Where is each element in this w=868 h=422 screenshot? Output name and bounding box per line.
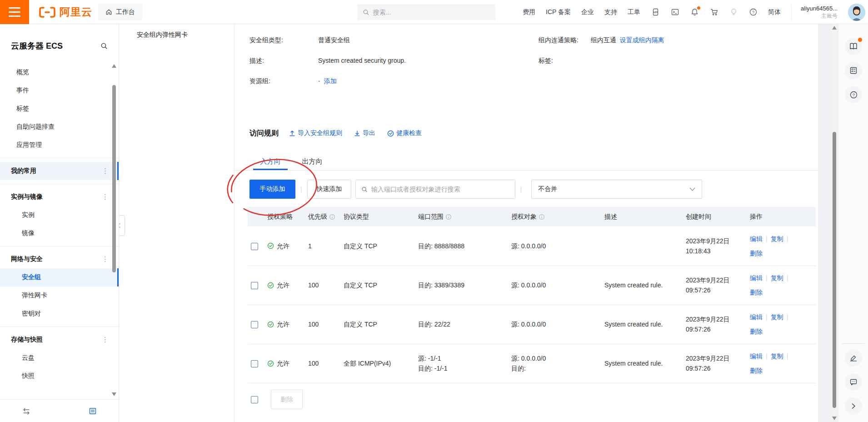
select-all-checkbox[interactable] [251, 396, 258, 403]
sidebar-group-network[interactable]: 网络与安全 ⋮ [0, 250, 119, 268]
page-scroll-thumb[interactable] [833, 132, 836, 408]
copy-rule-link[interactable]: 复制 [771, 312, 783, 322]
more-dots-icon[interactable]: ⋮ [102, 193, 109, 201]
row-checkbox[interactable] [251, 243, 258, 250]
sidebar-scroll-thumb[interactable] [112, 85, 116, 272]
subnav-item-eni-in-group[interactable]: 安全组内弹性网卡 [119, 24, 234, 41]
row-checkbox[interactable] [251, 321, 258, 328]
health-check-link[interactable]: 健康检查 [387, 129, 422, 137]
delete-rule-link[interactable]: 删除 [750, 287, 763, 297]
divider [0, 246, 119, 246]
sidebar-search-icon[interactable] [100, 42, 108, 50]
sidebar-item-tags[interactable]: 标签 [0, 100, 119, 118]
sidebar-group-favorites[interactable]: 我的常用 ⋮ [0, 162, 119, 180]
set-isolation-link[interactable]: 设置成组内隔离 [620, 36, 664, 44]
global-search-input[interactable] [373, 9, 490, 16]
quick-add-button[interactable]: 快速添加 [307, 180, 351, 199]
copy-rule-link[interactable]: 复制 [771, 351, 783, 361]
terminal-icon[interactable] [670, 8, 679, 17]
scroll-down-arrow[interactable] [832, 417, 837, 420]
more-dots-icon[interactable]: ⋮ [102, 167, 109, 175]
scroll-down-arrow[interactable] [112, 392, 116, 396]
info-icon[interactable] [329, 214, 335, 220]
info-icon[interactable] [539, 214, 545, 220]
bell-icon[interactable] [690, 8, 699, 17]
account-menu[interactable]: aliyun64565... 主账号 [791, 5, 838, 20]
copy-rule-link[interactable]: 复制 [771, 273, 783, 283]
sidebar-item-images[interactable]: 镜像 [0, 224, 119, 242]
nav-tickets[interactable]: 工单 [628, 8, 640, 16]
merge-mode-select[interactable]: 不合并 [531, 180, 702, 199]
import-rules-link[interactable]: 导入安全组规则 [289, 129, 342, 137]
sidebar-group-instances[interactable]: 实例与镜像 ⋮ [0, 188, 119, 206]
svg-text:?: ? [752, 10, 754, 15]
bulb-icon[interactable] [729, 8, 738, 17]
sidebar-item-security-groups[interactable]: 安全组 [0, 268, 119, 286]
sidebar-item-disks[interactable]: 云盘 [0, 349, 119, 367]
more-dots-icon[interactable]: ⋮ [102, 255, 109, 263]
intra-policy-value: 组内互通 设置成组内隔离 [591, 36, 664, 45]
divider [842, 343, 865, 344]
nav-support[interactable]: 支持 [604, 8, 617, 16]
scroll-up-arrow[interactable] [832, 26, 837, 30]
help-button[interactable]: ? [845, 86, 862, 103]
sidebar-item-enis[interactable]: 弹性网卡 [0, 286, 119, 305]
batch-delete-button[interactable]: 删除 [271, 390, 303, 409]
sidebar-item-app-management[interactable]: 应用管理 [0, 136, 119, 154]
notification-dot [858, 38, 862, 42]
workbench-button[interactable]: 工作台 [98, 4, 142, 20]
feedback-doc-icon[interactable] [89, 407, 97, 415]
help-icon[interactable]: ? [748, 8, 758, 17]
sidebar-group-storage[interactable]: 存储与快照 ⋮ [0, 331, 119, 349]
copy-rule-link[interactable]: 复制 [771, 234, 783, 244]
page-scrollbar[interactable] [832, 24, 837, 422]
sidebar-item-key-pairs[interactable]: 密钥对 [0, 305, 119, 323]
aliyun-logo[interactable]: 阿里云 [38, 0, 92, 24]
delete-rule-link[interactable]: 删除 [750, 248, 763, 258]
collapse-sidebar-icon[interactable] [22, 407, 31, 415]
sidebar-item-snapshots[interactable]: 快照 [0, 367, 119, 385]
sidebar-footer [0, 399, 119, 422]
edit-rule-link[interactable]: 编辑 [750, 351, 763, 361]
cart-icon[interactable] [709, 8, 718, 17]
secondary-nav-panel: 安全组内弹性网卡 [119, 24, 234, 422]
manual-add-button[interactable]: 手动添加 [249, 180, 295, 199]
sidebar-scrollbar[interactable] [112, 64, 116, 396]
sidebar-item-overview[interactable]: 概览 [0, 63, 119, 81]
add-resource-group-link[interactable]: 添加 [324, 77, 337, 85]
nav-billing[interactable]: 费用 [523, 8, 535, 16]
sidebar-item-troubleshoot[interactable]: 自助问题排查 [0, 118, 119, 136]
global-search[interactable] [357, 4, 495, 20]
more-dots-icon[interactable]: ⋮ [102, 336, 109, 344]
table-row: 允许 1 自定义 TCP 目的: 8888/8888 源: 0.0.0.0/0 … [248, 226, 816, 266]
nav-icp[interactable]: ICP 备案 [546, 8, 571, 16]
nav-enterprise[interactable]: 企业 [581, 8, 594, 16]
sidebar-item-events[interactable]: 事件 [0, 81, 119, 100]
survey-button[interactable] [845, 349, 862, 367]
rules-search-box[interactable] [355, 180, 515, 199]
username: aliyun64565... [801, 5, 838, 12]
export-rules-link[interactable]: 导出 [354, 129, 375, 137]
avatar[interactable] [848, 4, 865, 21]
tab-inbound[interactable]: 入方向 [249, 153, 291, 170]
feedback-button[interactable] [845, 373, 862, 391]
row-checkbox[interactable] [251, 360, 258, 367]
docs-button[interactable] [845, 38, 862, 55]
edit-rule-link[interactable]: 编辑 [750, 234, 763, 244]
hamburger-menu-button[interactable] [0, 0, 29, 24]
info-icon[interactable] [445, 214, 452, 220]
delete-rule-link[interactable]: 删除 [750, 366, 763, 376]
expand-rail-button[interactable] [845, 397, 862, 415]
row-checkbox[interactable] [251, 282, 258, 289]
rules-search-input[interactable] [371, 186, 509, 193]
checklist-button[interactable] [845, 62, 862, 79]
tab-outbound[interactable]: 出方向 [291, 153, 333, 170]
language-selector[interactable]: 简体 [768, 8, 781, 16]
delete-rule-link[interactable]: 删除 [750, 327, 763, 337]
app-icon[interactable]: APP [651, 8, 660, 17]
edit-rule-link[interactable]: 编辑 [750, 312, 763, 322]
sidebar-item-instances[interactable]: 实例 [0, 206, 119, 224]
topbar-right-nav: 费用 ICP 备案 企业 支持 工单 APP [523, 0, 865, 24]
edit-rule-link[interactable]: 编辑 [750, 273, 763, 283]
scroll-up-arrow[interactable] [112, 64, 116, 68]
